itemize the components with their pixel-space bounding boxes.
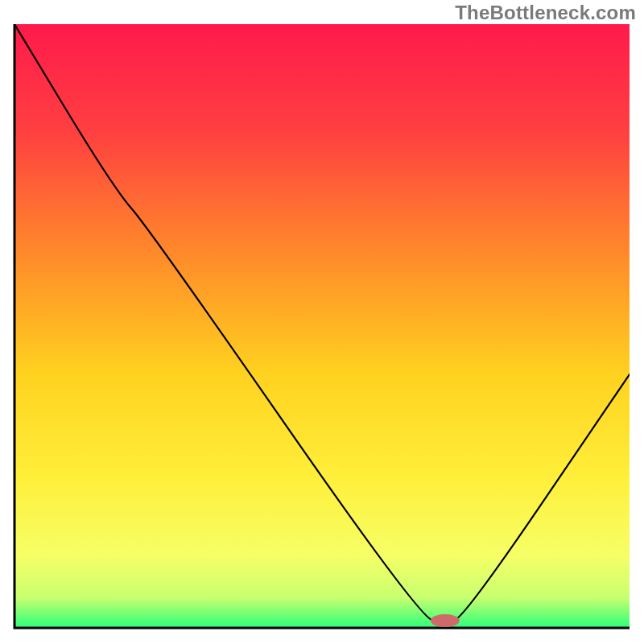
gradient-background bbox=[14, 24, 630, 628]
optimal-point-marker bbox=[431, 614, 460, 627]
watermark-text: TheBottleneck.com bbox=[455, 2, 636, 24]
bottleneck-chart bbox=[0, 0, 644, 644]
chart-container: TheBottleneck.com bbox=[0, 0, 644, 644]
